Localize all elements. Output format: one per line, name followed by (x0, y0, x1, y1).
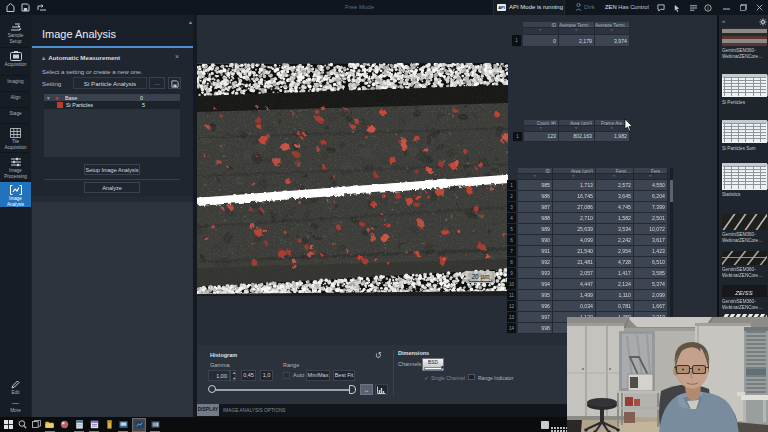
svg-text:20 µm: 20 µm (471, 273, 489, 281)
svg-text:ZEISS: ZEISS (734, 290, 752, 296)
svg-text:i: i (707, 5, 708, 10)
